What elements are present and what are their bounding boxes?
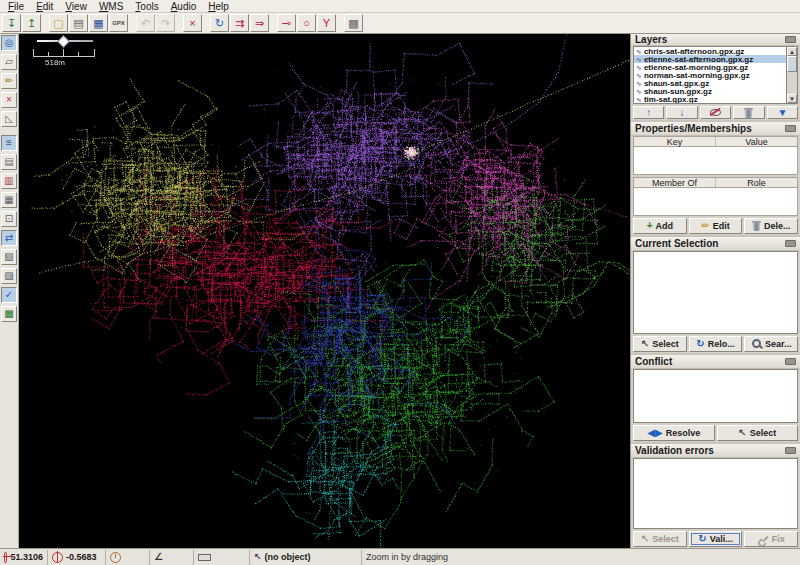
scale-ruler bbox=[33, 49, 95, 57]
zoom-mode-button[interactable]: ◎ bbox=[1, 35, 17, 51]
button-label: Select bbox=[750, 428, 777, 438]
properties-tables: Key Value Member Of Role bbox=[631, 136, 800, 216]
plugins-button[interactable]: ▩ bbox=[1, 306, 17, 322]
mapstyle-dialog-button[interactable]: ▤ bbox=[1, 154, 17, 170]
conflict-resolve-button[interactable]: ◀▶Resolve bbox=[633, 425, 715, 441]
menu-audio[interactable]: Audio bbox=[165, 1, 203, 12]
save-button[interactable]: ▦ bbox=[89, 14, 108, 32]
download-button[interactable]: ↧ bbox=[2, 14, 21, 32]
merge-nodes-button[interactable]: ⇒ bbox=[250, 14, 269, 32]
zoom-scale-widget: 518m bbox=[33, 37, 109, 67]
selection-search-button[interactable]: Sear... bbox=[744, 336, 798, 352]
validator-dialog-button[interactable]: ✓ bbox=[1, 287, 17, 303]
arrow-down-icon: ↓ bbox=[680, 108, 685, 118]
memberships-table-header: Member Of Role bbox=[633, 177, 798, 188]
conflict-select-button[interactable]: ↖Select bbox=[717, 425, 799, 441]
redo-button[interactable]: ↷ bbox=[156, 14, 175, 32]
upload-button[interactable]: ↥ bbox=[22, 14, 41, 32]
history-dialog-button[interactable]: ▨ bbox=[1, 268, 17, 284]
selection-list[interactable] bbox=[633, 251, 798, 334]
tags-dialog-button[interactable]: ▥ bbox=[1, 173, 17, 189]
draw-key-icon: ✏ bbox=[5, 76, 13, 86]
delete-tag-button[interactable]: Dele... bbox=[744, 218, 798, 234]
validation-list[interactable] bbox=[633, 458, 798, 529]
delete-mode-button[interactable]: × bbox=[1, 92, 17, 108]
scroll-down-icon[interactable]: ▼ bbox=[787, 94, 797, 103]
column-header-value[interactable]: Value bbox=[716, 137, 797, 146]
layers-dialog-button[interactable]: ≡ bbox=[1, 135, 17, 151]
menu-file[interactable]: File bbox=[2, 1, 30, 12]
memberships-table-body[interactable] bbox=[633, 188, 798, 216]
toolbar-separator bbox=[129, 14, 136, 32]
map-canvas[interactable] bbox=[19, 34, 630, 548]
combine-way-button[interactable]: ⇉ bbox=[230, 14, 249, 32]
open-button[interactable]: ▤ bbox=[69, 14, 88, 32]
status-bar: 51.3106 -0.5683 ∠ ↖ (no object) Zoom in … bbox=[0, 548, 800, 565]
validation-fix-button[interactable]: Fix bbox=[744, 531, 798, 547]
draw-mode-button[interactable]: ✏ bbox=[1, 73, 17, 89]
angle-indicator: ∠ bbox=[150, 550, 194, 565]
split-node-button[interactable]: Y bbox=[317, 14, 336, 32]
add-tag-button[interactable]: +Add bbox=[633, 218, 687, 234]
new-file-button[interactable]: ▢ bbox=[49, 14, 68, 32]
properties-dialog-button[interactable]: ▦ bbox=[1, 192, 17, 208]
ruler-icon bbox=[198, 554, 211, 561]
split-way-button[interactable]: × bbox=[183, 14, 202, 32]
scale-label: 518m bbox=[45, 58, 109, 67]
layer-row[interactable]: ∿tim-sat.gpx.gz bbox=[634, 95, 786, 103]
scroll-up-icon[interactable]: ▲ bbox=[787, 47, 797, 56]
menu-help[interactable]: Help bbox=[202, 1, 235, 12]
scrollbar[interactable]: ▲ ▼ bbox=[786, 46, 798, 104]
undo-button[interactable]: ↶ bbox=[136, 14, 155, 32]
relations-dialog-button[interactable]: ▧ bbox=[1, 249, 17, 265]
validation-panel-header: Validation errors bbox=[631, 444, 800, 458]
scrollbar-thumb[interactable] bbox=[787, 56, 797, 72]
button-label: Vali... bbox=[710, 534, 733, 544]
layer-move-down-button[interactable]: ↓ bbox=[666, 106, 697, 119]
menu-tools[interactable]: Tools bbox=[129, 1, 164, 12]
pin-icon[interactable] bbox=[785, 240, 796, 247]
merge-down-icon: ▼ bbox=[777, 108, 787, 118]
help-text: Zoom in by dragging bbox=[366, 552, 448, 562]
conflict-dialog-button[interactable]: ⇄ bbox=[1, 230, 17, 246]
menu-edit[interactable]: Edit bbox=[30, 1, 59, 12]
selection-select-button[interactable]: ↖Select bbox=[633, 336, 687, 352]
unglue-button[interactable]: ⊸ bbox=[277, 14, 296, 32]
preferences-button[interactable]: ▩ bbox=[344, 14, 363, 32]
validation-select-button[interactable]: ↖Select bbox=[633, 531, 687, 547]
pin-icon[interactable] bbox=[785, 36, 796, 43]
edit-tag-button[interactable]: ✏Edit bbox=[689, 218, 743, 234]
tags-table-body[interactable] bbox=[633, 147, 798, 175]
pin-icon[interactable] bbox=[785, 447, 796, 454]
floppy-save-icon: ▦ bbox=[93, 18, 103, 29]
menu-wms[interactable]: WMS bbox=[93, 1, 129, 12]
layer-move-up-button[interactable]: ↑ bbox=[633, 106, 664, 119]
page-magnifier-icon: ▤ bbox=[4, 157, 13, 167]
validation-run-button[interactable]: ↻Vali... bbox=[689, 531, 743, 547]
layer-list: ∿chris-sat-afternoon.gpx.gz∿etienne-sat-… bbox=[633, 46, 786, 104]
map-view[interactable]: 518m bbox=[19, 34, 630, 548]
pin-icon[interactable] bbox=[785, 358, 796, 365]
select-mode-button[interactable]: ▱ bbox=[1, 54, 17, 70]
column-header-key[interactable]: Key bbox=[634, 137, 716, 146]
measure-mode-button[interactable]: ◺ bbox=[1, 111, 17, 127]
layer-visibility-button[interactable] bbox=[700, 106, 731, 119]
longitude-icon bbox=[52, 552, 63, 563]
column-header-role[interactable]: Role bbox=[716, 178, 797, 187]
gpx-export-icon: GPX bbox=[112, 20, 125, 26]
selection-reload-button[interactable]: ↻Relo... bbox=[689, 336, 743, 352]
column-header-member-of[interactable]: Member Of bbox=[634, 178, 716, 187]
align-circle-button[interactable]: ○ bbox=[297, 14, 316, 32]
update-data-button[interactable]: ↻ bbox=[210, 14, 229, 32]
selection-dialog-button[interactable]: ⊡ bbox=[1, 211, 17, 227]
angle-icon: ∠ bbox=[154, 552, 163, 562]
menu-view[interactable]: View bbox=[59, 1, 93, 12]
zoom-slider-knob[interactable] bbox=[57, 35, 70, 48]
conflict-list[interactable] bbox=[633, 369, 798, 423]
heading-clock-icon bbox=[110, 552, 121, 563]
export-gpx-button[interactable]: GPX bbox=[109, 14, 128, 32]
pin-icon[interactable] bbox=[785, 125, 796, 132]
layer-merge-button[interactable]: ▼ bbox=[767, 106, 798, 119]
zoom-slider[interactable] bbox=[37, 37, 93, 45]
layer-delete-button[interactable] bbox=[733, 106, 764, 119]
